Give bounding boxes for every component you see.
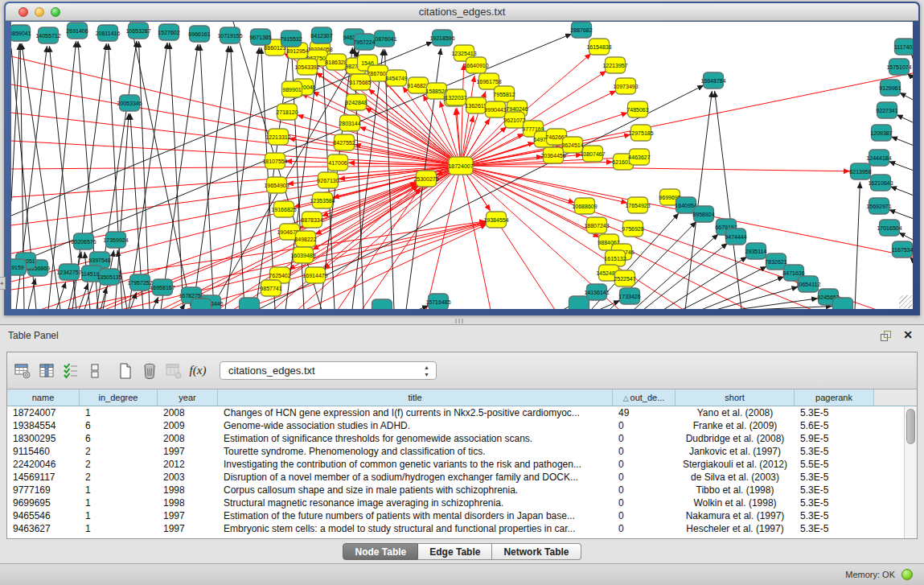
tab-node-table[interactable]: Node Table <box>343 543 418 560</box>
cell-short: Franke et al. (2009) <box>676 419 795 432</box>
tab-edge-table[interactable]: Edge Table <box>418 543 492 560</box>
cell-pagerank: 5.3E-5 <box>795 471 874 484</box>
cell-in_degree: 2 <box>80 445 158 458</box>
node-label: 8471636 <box>782 270 804 276</box>
node-label: 12975185 <box>628 130 653 136</box>
split-pane-handle[interactable] <box>455 319 465 323</box>
column-header-name[interactable]: name <box>7 389 80 406</box>
node-label: 18724007 <box>448 163 473 169</box>
node-label: 2522547 <box>614 276 635 282</box>
cell-out_de: 0 <box>613 522 676 535</box>
vertical-scrollbar[interactable] <box>904 406 917 538</box>
function-builder-icon[interactable]: f(x) <box>189 362 207 380</box>
network-window-titlebar[interactable]: citations_edges.txt <box>6 3 918 21</box>
checklist-icon[interactable] <box>62 362 80 380</box>
graph-node[interactable] <box>833 298 853 309</box>
node-label: 9990443 <box>484 107 506 113</box>
node-label: 16039489 <box>290 253 315 258</box>
close-panel-icon[interactable]: ✕ <box>903 328 913 341</box>
table-row[interactable]: 977716911998Corpus callosum shape and si… <box>7 484 904 496</box>
cell-name: 9463627 <box>7 522 80 535</box>
memory-status-icon[interactable] <box>901 569 913 580</box>
network-canvas[interactable]: 1872400788601238912954182260589627508818… <box>11 22 913 309</box>
table-row[interactable]: 1938455462009Genome-wide association stu… <box>7 419 904 432</box>
node-label: 16782759 <box>179 293 203 299</box>
node-label: 9756928 <box>622 226 643 232</box>
table-row[interactable]: 2242004622012Investigating the contribut… <box>7 458 904 471</box>
graph-node[interactable] <box>569 296 589 309</box>
table-row[interactable]: 1830029562008Estimation of significance … <box>7 432 904 445</box>
column-header-short[interactable]: short <box>676 389 795 406</box>
cell-pagerank: 5.6E-5 <box>795 419 874 432</box>
node-label: 7485063 <box>626 107 648 113</box>
resize-grip-icon[interactable] <box>899 295 912 308</box>
stacked-squares-icon[interactable] <box>86 362 104 380</box>
graph-node[interactable] <box>372 299 392 309</box>
node-label: 1209387 <box>870 130 892 136</box>
cell-pagerank: 5.3E-5 <box>795 522 874 535</box>
cell-short: Tibbo et al. (1998) <box>676 484 795 496</box>
node-label: 10973493 <box>613 84 638 89</box>
node-label: 25300275 <box>413 176 438 182</box>
table-row[interactable]: 911546021997Tourette syndrome. Phenomeno… <box>7 445 904 458</box>
column-header-pagerank[interactable]: pagerank <box>795 389 874 406</box>
node-label: 8498222 <box>294 237 316 242</box>
cell-short: Yano et al. (2008) <box>676 406 795 419</box>
import-table-icon[interactable] <box>165 362 183 380</box>
column-header-out_de[interactable]: △out_de... <box>613 389 676 406</box>
delete-icon[interactable] <box>141 362 158 380</box>
node-label: 7915532 <box>280 36 302 42</box>
node-label: 15751074 <box>886 64 911 70</box>
node-label: 17654923 <box>625 203 650 208</box>
table-row[interactable]: 1872400712008Changes of HCN gene express… <box>7 406 904 419</box>
node-label: 9146821 <box>407 83 429 89</box>
column-header-title[interactable]: title <box>218 389 613 406</box>
table-selector-dropdown[interactable]: citations_edges.txt ▲▼ <box>220 361 437 380</box>
cell-year: 1998 <box>158 484 218 496</box>
table-selector-value: citations_edges.txt <box>228 365 315 377</box>
network-window[interactable]: citations_edges.txt 18724007886012389129… <box>4 2 920 315</box>
window-title: citations_edges.txt <box>6 6 918 18</box>
column-header-in_degree[interactable]: in_degree <box>80 389 158 406</box>
node-label: 8427552 <box>333 140 355 146</box>
node-label: 12353584 <box>310 198 335 204</box>
header-filler <box>874 389 917 406</box>
table-row[interactable]: 969969511998Structural magnetic resonanc… <box>7 496 904 509</box>
scrollbar-thumb[interactable] <box>906 409 915 444</box>
table-options-icon[interactable] <box>14 362 31 380</box>
cell-in_degree: 1 <box>80 406 158 419</box>
node-label: 15692971 <box>866 204 891 209</box>
cell-year: 1997 <box>158 509 218 522</box>
node-label: 8859041 <box>11 31 31 36</box>
node-label: 9242848 <box>345 100 367 105</box>
column-header-year[interactable]: year <box>158 389 218 406</box>
graph-node[interactable] <box>240 298 260 309</box>
graph-node[interactable] <box>191 299 211 309</box>
node-label: 7957224 <box>353 39 375 45</box>
cell-out_de: 0 <box>613 509 676 522</box>
node-label: 12213957 <box>602 63 627 68</box>
node-label: 8912954 <box>286 48 308 54</box>
cell-title: Structural magnetic resonance image aver… <box>218 496 613 509</box>
node-label: 10688609 <box>572 204 597 209</box>
tab-network-table[interactable]: Network Table <box>492 543 581 560</box>
table-row[interactable]: 1456911722003Disruption of a novel membe… <box>7 471 904 484</box>
cell-in_degree: 1 <box>80 509 158 522</box>
cell-name: 9115460 <box>7 445 80 458</box>
cell-out_de: 0 <box>613 419 676 432</box>
cell-out_de: 0 <box>613 458 676 471</box>
float-panel-icon[interactable] <box>880 330 892 342</box>
new-document-icon[interactable] <box>117 362 134 380</box>
table-row[interactable]: 946554611997Estimation of the future num… <box>7 509 904 522</box>
cell-in_degree: 1 <box>80 496 158 509</box>
table-row[interactable]: 946362711997Embryonic stem cells: a mode… <box>7 522 904 535</box>
node-label: 9621072 <box>503 117 525 123</box>
node-label: 7955812 <box>493 92 515 97</box>
column-visibility-icon[interactable] <box>38 362 55 380</box>
panel-collapse-icon[interactable]: ◂ <box>0 277 6 290</box>
cell-name: 19384554 <box>7 419 80 432</box>
table-container: f(x) citations_edges.txt ▲▼ namein_degre… <box>6 352 918 539</box>
cell-year: 2008 <box>158 432 218 445</box>
node-label: 16640910 <box>463 63 488 68</box>
node-label: 19218596 <box>429 35 454 41</box>
